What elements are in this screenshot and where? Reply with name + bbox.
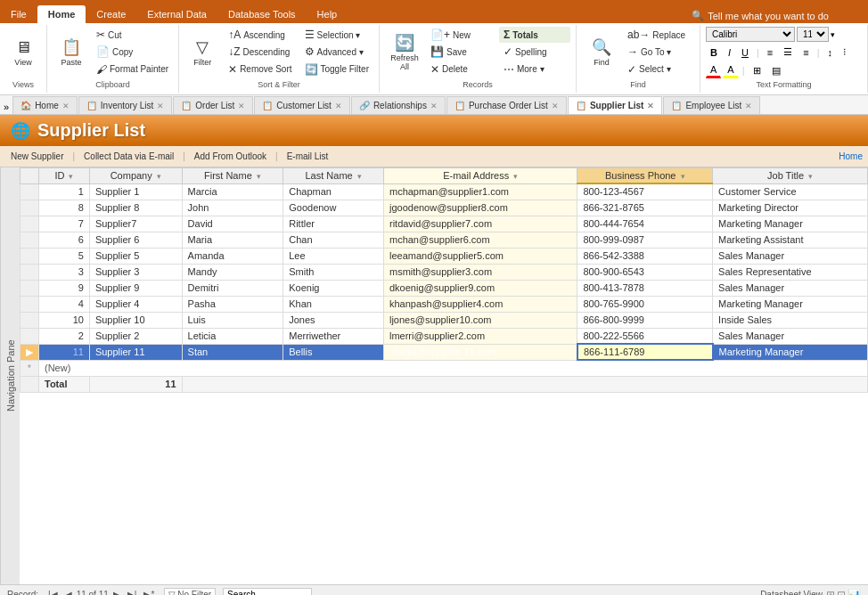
selection-button[interactable]: ☰ Selection ▾ — [300, 27, 373, 43]
align-left-button[interactable]: ≡ — [763, 45, 777, 60]
navigation-pane[interactable]: Navigation Pane — [0, 167, 20, 584]
id-cell[interactable]: 10 — [39, 312, 90, 328]
toggle-filter-button[interactable]: 🔄 Toggle Filter — [300, 61, 373, 77]
row-selector[interactable] — [20, 183, 39, 200]
email-list-btn[interactable]: E-mail List — [282, 151, 334, 162]
spelling-button[interactable]: ✓ Spelling — [499, 44, 570, 60]
italic-button[interactable]: I — [724, 45, 735, 60]
tab-home[interactable]: Home — [37, 5, 86, 23]
line-spacing-button[interactable]: ↕ — [823, 45, 838, 60]
tab-create[interactable]: Create — [86, 5, 136, 23]
tab-external-data[interactable]: External Data — [136, 5, 217, 23]
home-link[interactable]: Home — [839, 151, 863, 161]
remove-sort-button[interactable]: ✕ Remove Sort — [224, 61, 296, 77]
filter-indicator[interactable]: ▽ No Filter — [164, 588, 216, 595]
filter-button[interactable]: ▽ Filter — [184, 27, 220, 78]
first-record-btn[interactable]: |◀ — [45, 589, 61, 595]
format-painter-button[interactable]: 🖌 Format Painter — [92, 61, 173, 77]
descending-button[interactable]: ↓Z Descending — [224, 44, 296, 60]
expand-text-formatting[interactable]: ▾ — [831, 30, 835, 39]
find-button[interactable]: 🔍 Find — [582, 27, 621, 78]
id-cell[interactable]: 8 — [39, 200, 90, 216]
delete-button[interactable]: ✕ Delete — [426, 61, 497, 77]
row-selector[interactable] — [20, 248, 39, 264]
list-button[interactable]: ⁝ — [839, 45, 851, 60]
tab-purchase-order-list[interactable]: 📋 Purchase Order List ✕ — [446, 96, 567, 114]
alt-row-button[interactable]: ▤ — [767, 63, 785, 78]
goto-button[interactable]: → Go To ▾ — [623, 44, 694, 60]
inventory-tab-close[interactable]: ✕ — [157, 102, 164, 110]
col-first-name[interactable]: First Name ▾ — [182, 168, 283, 184]
copy-button[interactable]: 📄 Copy — [92, 44, 173, 60]
totals-button[interactable]: Σ Totals — [499, 27, 570, 43]
font-size-select[interactable]: 11 — [797, 27, 829, 42]
tab-home[interactable]: 🏠 Home ✕ — [12, 96, 78, 114]
row-selector[interactable] — [20, 216, 39, 232]
row-selector-selected[interactable]: ▶ — [20, 344, 39, 360]
row-selector[interactable] — [20, 312, 39, 328]
paste-button[interactable]: 📋 Paste — [53, 27, 90, 78]
more-button[interactable]: ⋯ More ▾ — [499, 61, 570, 77]
order-tab-close[interactable]: ✕ — [238, 102, 245, 110]
col-email[interactable]: E-mail Address ▾ — [383, 168, 577, 184]
cut-button[interactable]: ✂ Cut — [92, 27, 173, 43]
tab-help[interactable]: Help — [307, 5, 348, 23]
tab-inventory-list[interactable]: 📋 Inventory List ✕ — [78, 96, 172, 114]
id-cell[interactable]: 3 — [39, 264, 90, 280]
new-record-button[interactable]: 📄+ New — [426, 27, 497, 43]
col-id[interactable]: ID ▾ — [39, 168, 90, 184]
align-right-button[interactable]: ≡ — [798, 45, 813, 60]
relationships-tab-close[interactable]: ✕ — [430, 102, 438, 110]
row-selector[interactable] — [20, 264, 39, 280]
employee-tab-close[interactable]: ✕ — [745, 102, 752, 110]
datasheet-view-icon[interactable]: ⊞ — [826, 589, 835, 596]
id-cell[interactable]: 5 — [39, 248, 90, 264]
tab-order-list[interactable]: 📋 Order List ✕ — [173, 96, 253, 114]
id-cell[interactable]: 7 — [39, 216, 90, 232]
new-row-selector[interactable]: * — [20, 360, 39, 376]
pivot-table-icon[interactable]: ⊡ — [837, 589, 846, 596]
search-input[interactable] — [223, 588, 312, 595]
id-cell[interactable]: 4 — [39, 296, 90, 312]
refresh-all-button[interactable]: 🔄 Refresh All — [385, 27, 424, 78]
row-selector[interactable] — [20, 296, 39, 312]
view-button[interactable]: 🖥 View — [5, 34, 41, 71]
highlight-button[interactable]: A — [723, 62, 738, 78]
id-cell[interactable]: 9 — [39, 280, 90, 296]
col-business-phone[interactable]: Business Phone ▾ — [577, 168, 713, 184]
ascending-button[interactable]: ↑A Ascending — [224, 27, 296, 43]
col-job-title[interactable]: Job Title ▾ — [713, 168, 868, 184]
id-cell[interactable]: 11 — [39, 344, 90, 360]
tab-database-tools[interactable]: Database Tools — [217, 5, 307, 23]
supplier-tab-close[interactable]: ✕ — [647, 102, 654, 110]
replace-button[interactable]: ab→ Replace — [623, 27, 694, 43]
add-from-outlook-btn[interactable]: Add From Outlook — [189, 151, 272, 162]
save-button[interactable]: 💾 Save — [426, 44, 497, 60]
bold-button[interactable]: B — [706, 45, 722, 60]
tab-customer-list[interactable]: 📋 Customer List ✕ — [254, 96, 350, 114]
col-company[interactable]: Company ▾ — [89, 168, 182, 184]
row-selector[interactable] — [20, 200, 39, 216]
customer-tab-close[interactable]: ✕ — [335, 102, 342, 110]
purchase-tab-close[interactable]: ✕ — [552, 102, 559, 110]
row-selector[interactable] — [20, 232, 39, 248]
prev-record-btn[interactable]: ◀ — [62, 589, 75, 595]
collect-data-btn[interactable]: Collect Data via E-mail — [78, 151, 179, 162]
pivot-chart-icon[interactable]: 📊 — [848, 589, 861, 596]
gridlines-button[interactable]: ⊞ — [749, 63, 766, 78]
row-selector[interactable] — [20, 280, 39, 296]
advanced-button[interactable]: ⚙ Advanced ▾ — [300, 44, 373, 60]
id-cell[interactable]: 6 — [39, 232, 90, 248]
tab-supplier-list[interactable]: 📋 Supplier List ✕ — [568, 96, 663, 114]
select-button[interactable]: ✓ Select ▾ — [623, 61, 694, 77]
align-center-button[interactable]: ☰ — [779, 45, 797, 60]
last-record-btn[interactable]: ▶| — [125, 589, 140, 595]
new-record-nav-btn[interactable]: ▶* — [141, 589, 157, 595]
phone-cell-editing[interactable]: 866-111-6789 — [577, 344, 713, 360]
tab-relationships[interactable]: 🔗 Relationships ✕ — [351, 96, 446, 114]
new-supplier-btn[interactable]: New Supplier — [5, 151, 69, 162]
font-select[interactable]: Calibri — [706, 27, 795, 42]
id-cell[interactable]: 2 — [39, 328, 90, 344]
tab-file[interactable]: File — [0, 5, 37, 23]
font-color-button[interactable]: A — [706, 62, 721, 78]
